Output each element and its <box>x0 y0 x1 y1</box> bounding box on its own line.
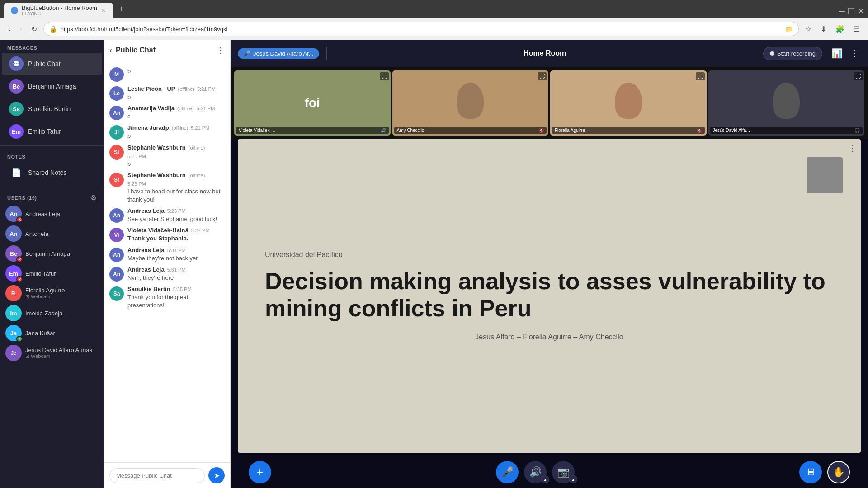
hand-raise-button[interactable]: ✋ <box>827 461 850 483</box>
camera-button[interactable]: 📷 ▲ <box>552 461 575 483</box>
tab-subtitle: PLAYING <box>22 11 97 16</box>
violeta-status: 🔊 <box>381 128 386 133</box>
camera-chevron-icon[interactable]: ▲ <box>569 475 577 483</box>
main-content: 🎤 Jesús David Alfaro Ar... Home Room Sta… <box>231 40 868 488</box>
shared-notes-label: Shared Notes <box>28 169 67 176</box>
top-divider <box>326 47 327 60</box>
bookmark-star-btn[interactable]: ☆ <box>802 23 814 35</box>
users-gear-icon[interactable]: ⚙ <box>90 193 97 202</box>
chat-message-input[interactable] <box>109 468 205 483</box>
violeta-content: Violeta Vidaček-Hainš 5:27 PM Thank you … <box>127 227 225 243</box>
user-benjamin[interactable]: Be ✕ Benjamin Arriaga <box>0 244 104 263</box>
sidebar-item-emilio[interactable]: Em Emilio Tafur <box>2 121 102 142</box>
address-bar[interactable]: 🔒 https://bbb.foi.hr/html5client/join?se… <box>43 22 799 36</box>
window-close-btn[interactable]: ✕ <box>858 6 864 16</box>
mic-button[interactable]: 🎤 <box>496 461 519 483</box>
new-tab-button[interactable]: + <box>115 3 127 16</box>
andreas3-time: 5:31 PM <box>167 267 186 272</box>
video-expand-fiorella[interactable]: ⛶ <box>696 72 705 80</box>
andreas2-content: Andreas Leja 5:31 PM Maybe they're not b… <box>127 247 225 263</box>
slide-more-button[interactable]: ⋮ <box>848 143 857 154</box>
jimena-status: (offline) <box>172 125 188 131</box>
chat-messages: M b Le Leslie Picón - UP (offline) 5:21 … <box>104 61 230 462</box>
sidebar-item-saoulkie[interactable]: Sa Saoulkie Bertin <box>2 98 102 120</box>
andreas-avatar: An ✕ <box>5 206 22 222</box>
window-minimize-btn[interactable]: ─ <box>839 7 845 16</box>
back-btn[interactable]: ‹ <box>5 23 13 35</box>
active-tab[interactable]: BigBlueButton - Home Room PLAYING ✕ <box>4 3 113 18</box>
anamarija-header: Anamarija Vadlja (offline) 5:21 PM <box>127 105 225 112</box>
user-emilio[interactable]: Em ✕ Emilio Tafur <box>0 263 104 283</box>
video-expand-violeta[interactable]: ⛶ <box>380 72 389 80</box>
violeta-time: 5:27 PM <box>191 228 210 233</box>
stephanie1-header: Stephanie Washburn (offline) 5:21 PM <box>127 144 225 159</box>
sidebar-item-public-chat[interactable]: 💬 Public Chat <box>2 53 102 75</box>
slide-authors: Jesus Alfaro – Fiorella Aguirre – Amy Ch… <box>265 333 834 341</box>
chat-message-andreas2: An Andreas Leja 5:31 PM Maybe they're no… <box>104 245 230 264</box>
analytics-icon-btn[interactable]: 📊 <box>830 46 844 61</box>
andreas2-text: Maybe they're not back yet <box>127 254 225 263</box>
chat-message-andreas3: An Andreas Leja 5:31 PM Nvm, they're her… <box>104 264 230 284</box>
imelda-avatar: Im <box>5 305 22 321</box>
start-recording-button[interactable]: Start recording <box>763 47 822 60</box>
notes-divider <box>0 145 104 146</box>
presenter-mic-icon: 🎤 <box>243 50 250 57</box>
top-bar-icons: 📊 ⋮ <box>830 46 861 61</box>
video-expand-amy[interactable]: ⛶ <box>538 72 547 80</box>
andreas3-text: Nvm, they're here <box>127 274 225 282</box>
stephanie1-avatar: St <box>109 145 124 160</box>
user-imelda[interactable]: Im Imelda Zadeja <box>0 303 104 323</box>
anamarija-name: Anamarija Vadlja <box>127 105 175 112</box>
user-jana[interactable]: Ja ✓ Jana Kušar <box>0 323 104 343</box>
sidebar-item-shared-notes[interactable]: 📄 Shared Notes <box>2 162 102 183</box>
andreas3-name: Andreas Leja <box>127 266 165 273</box>
leslie-name: Leslie Picón - UP <box>127 85 175 92</box>
forward-btn[interactable]: › <box>17 23 24 35</box>
video-bg-jesus <box>708 70 865 136</box>
download-btn[interactable]: ⬇ <box>818 23 829 35</box>
antonela-name: Antonela <box>25 230 48 237</box>
saoulkie-time: 5:35 PM <box>173 286 192 292</box>
anamarija-content: Anamarija Vadlja (offline) 5:21 PM c <box>127 105 225 121</box>
fiorella-status: 🔇 <box>697 128 702 133</box>
stephanie1-name: Stephanie Washburn <box>127 144 186 151</box>
user-fiorella[interactable]: Fi Fiorella Aguirre ⊡ Webcam <box>0 283 104 303</box>
user-jesus[interactable]: Je Jesús David Alfaro Armas ⊡ Webcam <box>0 343 104 363</box>
extensions-btn[interactable]: 🧩 <box>833 23 847 35</box>
leslie-content: Leslie Picón - UP (offline) 5:21 PM b <box>127 85 225 101</box>
tab-close-btn[interactable]: ✕ <box>101 7 106 14</box>
slide-university: Universidad del Pacífico <box>265 251 834 259</box>
video-bg-violeta: foi <box>234 70 391 136</box>
users-divider <box>0 187 104 187</box>
chat-send-button[interactable]: ➤ <box>208 467 225 483</box>
chat-back-button[interactable]: ‹ <box>109 46 112 55</box>
messages-section-title: MESSAGES <box>0 40 104 52</box>
user-antonela[interactable]: An Antonela <box>0 224 104 244</box>
add-action-button[interactable]: + <box>249 461 271 483</box>
top-more-btn[interactable]: ⋮ <box>848 46 861 61</box>
chat-more-button[interactable]: ⋮ <box>217 45 225 55</box>
slide-text-area: Universidad del Pacífico Decision making… <box>265 251 834 341</box>
saoulkie-label: Saoulkie Bertin <box>28 105 71 113</box>
speaker-chevron-icon[interactable]: ▲ <box>541 475 549 483</box>
reload-btn[interactable]: ↻ <box>28 23 40 35</box>
presenter-badge: 🎤 Jesús David Alfaro Ar... <box>238 48 319 59</box>
amy-silhouette <box>457 83 484 119</box>
video-label-amy: Amy Checcllo - 🔇 <box>394 127 547 134</box>
anamarija-avatar: An <box>109 106 124 120</box>
menu-btn[interactable]: ☰ <box>851 23 863 35</box>
slide-title: Decision making analysis to asses vulner… <box>265 268 834 322</box>
stephanie1-content: Stephanie Washburn (offline) 5:21 PM b <box>127 144 225 168</box>
video-expand-jesus[interactable]: ⛶ <box>854 72 863 80</box>
speaker-button[interactable]: 🔊 ▲ <box>524 461 547 483</box>
window-restore-btn[interactable]: ❐ <box>848 6 855 16</box>
leslie-status: (offline) <box>178 86 194 92</box>
stephanie1-text: b <box>127 160 225 168</box>
lock-icon: 🔒 <box>49 25 57 33</box>
user-andreas[interactable]: An ✕ Andreas Leja <box>0 204 104 224</box>
chat-panel: ‹ Public Chat ⋮ M b Le Leslie Picón - UP… <box>104 40 231 488</box>
sidebar-item-benjamin[interactable]: Be Benjamin Arriaga <box>2 75 102 97</box>
screen-share-button[interactable]: 🖥 <box>799 461 822 483</box>
msg-avatar-0: M <box>109 67 124 82</box>
chat-input-area: ➤ <box>104 462 230 488</box>
